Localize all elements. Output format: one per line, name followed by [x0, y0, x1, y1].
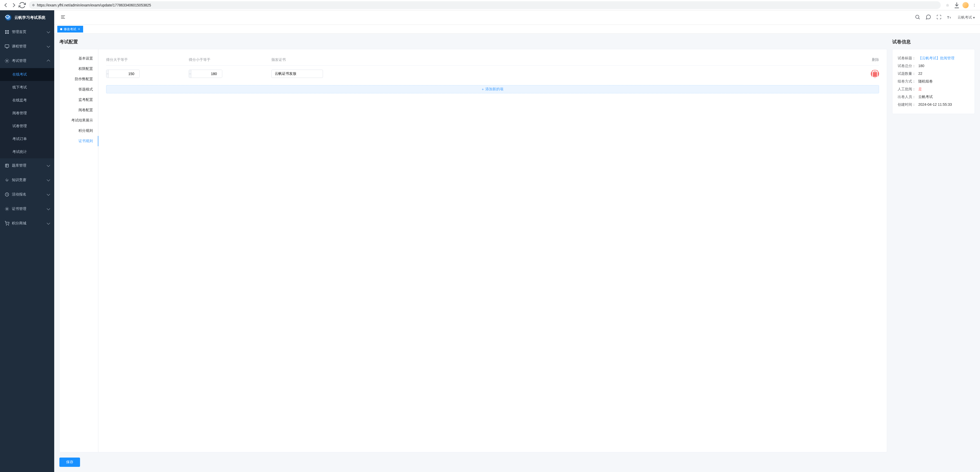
browser-url: https://exam.yfhl.net/admin/exam/exam/up…	[37, 3, 938, 7]
save-button[interactable]: 保存	[59, 458, 80, 467]
col-header-min: 得分大于等于	[106, 57, 189, 62]
info-row: 组卷方式：随机组卷	[898, 78, 969, 86]
info-card: 试卷标题：【云帆考试】批阅管理试卷总分：180试题数量：22组卷方式：随机组卷人…	[892, 49, 975, 114]
sidebar-subitem-exam-stats[interactable]: 考试统计	[0, 146, 54, 158]
info-label: 试卷总分：	[898, 64, 918, 68]
delete-rule-button[interactable]	[871, 70, 879, 78]
browser-url-bar[interactable]: ⚙ https://exam.yfhl.net/admin/exam/exam/…	[29, 1, 941, 9]
download-icon[interactable]	[953, 2, 960, 9]
chevron-down-icon: ▾	[973, 16, 975, 20]
toggle-sidebar-button[interactable]	[59, 13, 67, 21]
cert-name-input[interactable]	[271, 70, 323, 78]
sidebar-item-question-bank[interactable]: 题库管理	[0, 158, 54, 173]
site-settings-icon: ⚙	[32, 3, 35, 7]
user-dropdown[interactable]: 云帆考试 ▾	[958, 15, 975, 20]
sidebar-subitem-offline-exam[interactable]: 线下考试	[0, 81, 54, 94]
sidebar-subitem-online-proctor[interactable]: 在线监考	[0, 94, 54, 107]
bookmark-icon[interactable]: ☆	[944, 2, 951, 9]
info-row: 创建时间：2024-04-12 11:55:33	[898, 101, 969, 109]
plus-icon: +	[482, 87, 484, 91]
config-tab-answer-mode[interactable]: 答题模式	[60, 84, 98, 95]
browser-profile-avatar[interactable]	[963, 2, 969, 8]
tab-close-icon[interactable]: ✕	[78, 27, 80, 31]
config-tab-proctor[interactable]: 监考配置	[60, 95, 98, 105]
sidebar-item-label: 考试管理	[12, 59, 26, 63]
grid-icon	[5, 30, 9, 34]
max-score-stepper[interactable]: −+	[189, 70, 222, 78]
info-value[interactable]: 【云帆考试】批阅管理	[918, 56, 955, 60]
info-label: 出卷人员：	[898, 95, 918, 99]
sidebar-item-label: 管理首页	[12, 30, 26, 34]
sidebar-item-label: 证书管理	[12, 207, 26, 211]
col-header-cert: 颁发证书	[271, 57, 858, 62]
col-header-max: 得分小于等于	[189, 57, 271, 62]
svg-rect-1	[8, 30, 9, 32]
min-score-stepper[interactable]: −+	[106, 70, 140, 78]
sidebar-subitem-online-exam[interactable]: 在线考试	[0, 68, 54, 81]
config-panel: 基本设置权限配置防作弊配置答题模式监考配置阅卷配置考试结果展示积分规则证书规则 …	[59, 49, 887, 452]
config-tab-basic[interactable]: 基本设置	[60, 53, 98, 64]
page-title: 考试配置	[59, 39, 887, 45]
search-icon[interactable]	[915, 14, 920, 21]
sidebar-item-competition[interactable]: 知识竞赛	[0, 173, 54, 187]
info-value: 随机组卷	[918, 79, 933, 84]
tab-edit-exam[interactable]: 修改考试 ✕	[57, 26, 83, 33]
max-score-input[interactable]	[191, 70, 222, 78]
font-size-icon[interactable]: TT	[947, 14, 952, 21]
decrease-button[interactable]: −	[189, 70, 191, 78]
message-icon[interactable]	[926, 14, 931, 21]
logo-icon	[5, 14, 12, 21]
top-header: TT 云帆考试 ▾	[54, 10, 980, 25]
sidebar-item-mall[interactable]: 积分商城	[0, 216, 54, 231]
svg-rect-6	[5, 164, 8, 167]
browser-forward-button[interactable]	[10, 2, 18, 9]
sidebar-item-course[interactable]: 课程管理	[0, 39, 54, 54]
rules-header-row: 得分大于等于 得分小于等于 颁发证书 删除	[106, 54, 879, 65]
svg-point-11	[916, 15, 919, 19]
config-tab-anti-cheat[interactable]: 防作弊配置	[60, 74, 98, 84]
sidebar-subitem-marking[interactable]: 阅卷管理	[0, 107, 54, 120]
sidebar-item-exam[interactable]: 考试管理	[0, 54, 54, 68]
sidebar-item-label: 题库管理	[12, 163, 26, 168]
app-title: 云帆学习考试系统	[14, 15, 45, 20]
info-value: 2024-04-12 11:55:33	[918, 102, 952, 106]
config-tab-perm[interactable]: 权限配置	[60, 64, 98, 74]
sidebar-item-dashboard[interactable]: 管理首页	[0, 25, 54, 39]
clock-icon	[5, 192, 9, 197]
info-value: 是	[918, 87, 922, 92]
info-row: 试卷总分：180	[898, 62, 969, 70]
config-tab-marking[interactable]: 阅卷配置	[60, 105, 98, 115]
fullscreen-icon[interactable]	[936, 14, 942, 21]
svg-rect-0	[5, 30, 6, 32]
config-tab-points[interactable]: 积分规则	[60, 126, 98, 136]
sidebar-item-activity[interactable]: 活动报名	[0, 187, 54, 202]
config-tabs: 基本设置权限配置防作弊配置答题模式监考配置阅卷配置考试结果展示积分规则证书规则	[60, 49, 99, 452]
svg-rect-2	[5, 33, 6, 34]
config-tab-result[interactable]: 考试结果展示	[60, 115, 98, 126]
config-tab-cert[interactable]: 证书规则	[60, 136, 98, 146]
svg-text:T: T	[950, 16, 951, 19]
decrease-button[interactable]: −	[107, 70, 108, 78]
info-value: 22	[918, 71, 923, 76]
browser-back-button[interactable]	[2, 2, 9, 9]
min-score-input[interactable]	[108, 70, 140, 78]
browser-menu-icon[interactable]: ⋮	[971, 2, 978, 9]
svg-text:T: T	[947, 16, 949, 19]
gear-icon	[5, 59, 9, 63]
sidebar-item-certificate[interactable]: 证书管理	[0, 202, 54, 216]
config-body: 得分大于等于 得分小于等于 颁发证书 删除 −+−+ + 添加新的项	[99, 49, 887, 452]
sidebar-subitem-exam-orders[interactable]: 考试订单	[0, 133, 54, 146]
tab-label: 修改考试	[64, 27, 76, 32]
info-label: 组卷方式：	[898, 79, 918, 84]
browser-refresh-button[interactable]	[19, 2, 26, 9]
info-label: 创建时间：	[898, 102, 918, 107]
tabs-bar: 修改考试 ✕	[54, 25, 980, 33]
sidebar-subitem-paper-mgmt[interactable]: 试卷管理	[0, 120, 54, 133]
info-row: 出卷人员：云帆考试	[898, 93, 969, 101]
sidebar-item-label: 课程管理	[12, 44, 26, 49]
rule-row: −+−+	[106, 65, 879, 82]
app-logo[interactable]: 云帆学习考试系统	[0, 10, 54, 25]
info-label: 试卷标题：	[898, 56, 918, 60]
add-rule-button[interactable]: + 添加新的项	[106, 85, 879, 93]
stack-icon	[5, 163, 9, 168]
